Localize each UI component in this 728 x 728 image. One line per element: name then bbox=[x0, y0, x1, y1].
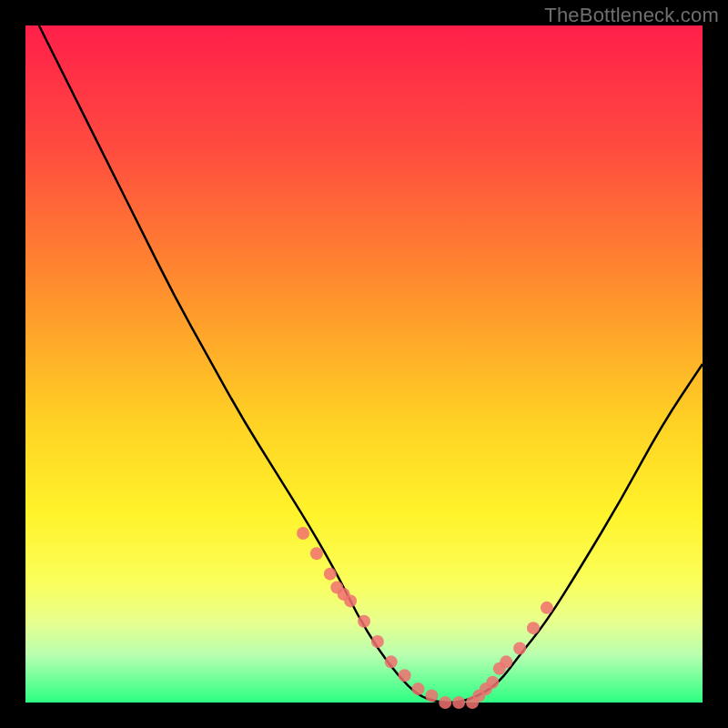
sample-marker bbox=[541, 602, 553, 614]
sample-marker bbox=[486, 676, 499, 689]
sample-marker bbox=[385, 655, 398, 668]
sample-marker bbox=[527, 622, 540, 634]
sample-marker bbox=[344, 594, 357, 607]
sample-marker bbox=[500, 655, 512, 668]
marker-series bbox=[297, 527, 553, 709]
sample-marker bbox=[371, 635, 384, 648]
watermark-text: TheBottleneck.com bbox=[544, 4, 719, 27]
sample-marker bbox=[425, 690, 438, 703]
sample-marker bbox=[324, 568, 337, 581]
sample-marker bbox=[310, 547, 323, 560]
bottleneck-curve-path bbox=[39, 25, 703, 703]
sample-marker bbox=[399, 669, 411, 682]
sample-marker bbox=[513, 642, 526, 654]
sample-marker bbox=[452, 696, 465, 709]
sample-marker bbox=[358, 615, 370, 628]
curve-series bbox=[39, 25, 703, 703]
sample-marker bbox=[412, 682, 425, 695]
sample-marker bbox=[297, 527, 309, 540]
chart-svg bbox=[25, 25, 703, 703]
sample-marker bbox=[439, 696, 451, 709]
chart-plot-area bbox=[25, 25, 703, 703]
